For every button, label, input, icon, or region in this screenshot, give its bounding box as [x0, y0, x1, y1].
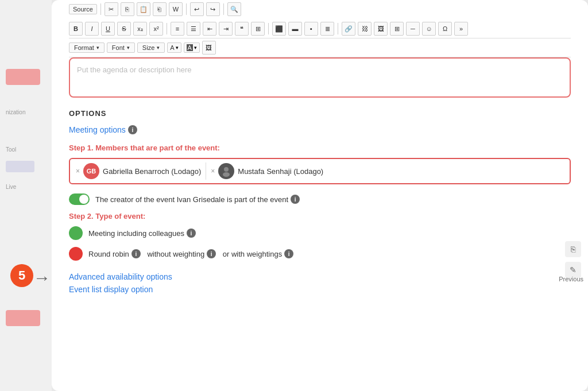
align-justify-button[interactable]: ≣: [320, 22, 334, 36]
unlink-button[interactable]: ⛓: [358, 22, 372, 36]
redo-button[interactable]: ↪: [206, 2, 220, 16]
align-left-button[interactable]: ⬛: [272, 22, 286, 36]
sidebar-item-1[interactable]: [6, 69, 40, 85]
sidebar-item-bottom[interactable]: [6, 310, 40, 326]
more-button[interactable]: »: [454, 22, 468, 36]
source-button[interactable]: Source: [69, 4, 97, 14]
options-title: OPTIONS: [69, 109, 571, 118]
right-action-icons: ⎘ ✎: [565, 241, 581, 278]
round-robin-unselected[interactable]: [69, 247, 83, 261]
step1-label: Step 1. Members that are part of the eve…: [69, 144, 571, 152]
size-dropdown[interactable]: Size: [137, 42, 165, 53]
previous-button[interactable]: Previous: [559, 276, 583, 282]
outdent-button[interactable]: ⇤: [203, 22, 216, 36]
member-1-initials: GB: [87, 168, 96, 175]
blockquote-button[interactable]: ❝: [235, 22, 249, 36]
indent-button[interactable]: ⇥: [219, 22, 233, 36]
round-robin-text: Round robin i without weighting i or wit…: [88, 249, 293, 258]
separator-5: [268, 23, 269, 34]
sidebar-item-tool: Tool: [6, 146, 34, 156]
unordered-list-button[interactable]: ☰: [187, 22, 200, 36]
member-tag-1: × GB Gabriella Benarroch (Lodago): [76, 163, 201, 179]
member-1-name: Gabriella Benarroch (Lodago): [103, 167, 201, 176]
subscript-button[interactable]: x₂: [133, 22, 147, 36]
round-robin-row: Round robin i without weighting i or wit…: [69, 247, 571, 261]
sidebar-item-2: nization: [6, 109, 46, 121]
main-content: Source ✂ ⎘ 📋 ⎗ W ↩ ↪ 🔍 B I U S x₂ x² ≡ ☰…: [52, 0, 588, 391]
member-1-remove[interactable]: ×: [76, 167, 80, 175]
strikethrough-button[interactable]: S: [117, 22, 131, 36]
meeting-options-label: Meeting options: [69, 125, 126, 134]
round-robin-info-icon[interactable]: i: [131, 249, 141, 258]
creator-toggle-text: The creator of the event Ivan Grisedale …: [95, 195, 300, 204]
ordered-list-button[interactable]: ≡: [171, 22, 184, 36]
svg-point-1: [223, 172, 230, 177]
meeting-type-selected[interactable]: [69, 226, 83, 240]
undo-button[interactable]: ↩: [190, 2, 204, 16]
underline-button[interactable]: U: [101, 22, 115, 36]
hr-button[interactable]: ─: [406, 22, 420, 36]
meeting-type-row: Meeting including colleagues i: [69, 226, 571, 240]
bold-button[interactable]: B: [69, 22, 83, 36]
align-right-button[interactable]: ▪: [304, 22, 318, 36]
step-arrow: →: [33, 268, 51, 288]
paste-text-button[interactable]: ⎗: [153, 2, 167, 16]
image2-button[interactable]: 🖼: [202, 41, 216, 55]
editor-area[interactable]: Put the agenda or description here: [69, 57, 571, 98]
creator-info-icon[interactable]: i: [291, 195, 300, 204]
div-button[interactable]: ⊞: [251, 22, 265, 36]
toolbar-row0: Source ✂ ⎘ 📋 ⎗ W ↩ ↪ 🔍: [69, 0, 571, 17]
cut-button[interactable]: ✂: [105, 2, 118, 16]
separator-4: [167, 23, 167, 34]
paste-word-button[interactable]: W: [169, 2, 183, 16]
event-list-display-link[interactable]: Event list display option: [69, 285, 571, 294]
image-button[interactable]: 🖼: [374, 22, 388, 36]
sidebar-item-live-box: [6, 161, 34, 172]
format-dropdown[interactable]: Format: [69, 42, 105, 53]
left-sidebar: nization Tool Live: [0, 0, 52, 391]
bottom-links: Advanced availability options Event list…: [69, 272, 571, 294]
advanced-availability-link[interactable]: Advanced availability options: [69, 272, 571, 281]
sidebar-item-live: Live: [6, 184, 29, 193]
options-section: OPTIONS Meeting options i Step 1. Member…: [69, 109, 571, 294]
bg-color-button[interactable]: A ▾: [184, 42, 200, 53]
members-input[interactable]: × GB Gabriella Benarroch (Lodago) × Must…: [69, 158, 571, 184]
link-button[interactable]: 🔗: [342, 22, 355, 36]
font-color-button[interactable]: A ▾: [167, 42, 181, 53]
meeting-options-info-icon[interactable]: i: [128, 125, 137, 134]
font-dropdown[interactable]: Font: [107, 42, 135, 53]
svg-point-0: [224, 167, 229, 172]
with-weighting-info-icon[interactable]: i: [284, 249, 293, 258]
table-button[interactable]: ⊞: [390, 22, 404, 36]
member-divider: [206, 162, 206, 180]
separator-6: [338, 23, 338, 34]
toolbar-row1: B I U S x₂ x² ≡ ☰ ⇤ ⇥ ❝ ⊞ ⬛ ▬ ▪ ≣ 🔗 ⛓ 🖼 …: [69, 17, 571, 38]
creator-toggle-row: The creator of the event Ivan Grisedale …: [69, 193, 571, 205]
editor-placeholder: Put the agenda or description here: [77, 65, 191, 74]
member-1-avatar: GB: [83, 163, 99, 179]
step2-section: Step 2. Type of event: Meeting including…: [69, 212, 571, 261]
meeting-options-link[interactable]: Meeting options i: [69, 125, 137, 134]
separator-2: [186, 3, 187, 15]
meeting-type-text: Meeting including colleagues i: [88, 229, 196, 238]
creator-toggle[interactable]: [69, 193, 90, 205]
paste-button[interactable]: 📋: [137, 2, 150, 16]
step-badge: 5: [10, 264, 33, 287]
weighting-info-icon[interactable]: i: [207, 249, 216, 258]
emoji-button[interactable]: ☺: [422, 22, 436, 36]
member-tag-2: × Mustafa Senhaji (Lodago): [211, 163, 323, 179]
find-button[interactable]: 🔍: [227, 2, 241, 16]
italic-button[interactable]: I: [85, 22, 99, 36]
superscript-button[interactable]: x²: [149, 22, 163, 36]
member-2-avatar: [218, 163, 234, 179]
member-2-name: Mustafa Senhaji (Lodago): [238, 167, 323, 176]
member-2-remove[interactable]: ×: [211, 167, 215, 175]
separator-3: [223, 3, 224, 15]
copy-button[interactable]: ⎘: [121, 2, 134, 16]
copy-action-icon[interactable]: ⎘: [565, 241, 581, 257]
align-center-button[interactable]: ▬: [288, 22, 302, 36]
step2-label: Step 2. Type of event:: [69, 212, 571, 220]
separator-1: [100, 3, 101, 15]
meeting-info-icon[interactable]: i: [187, 229, 196, 238]
special-char-button[interactable]: Ω: [438, 22, 452, 36]
